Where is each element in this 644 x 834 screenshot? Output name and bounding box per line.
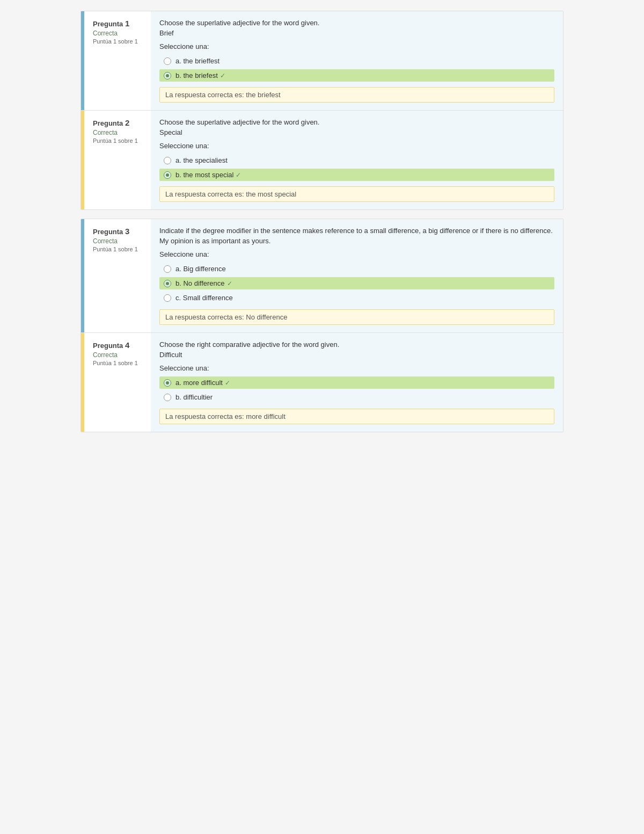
checkmark-q2-1: ✓ xyxy=(236,171,241,179)
question-status-q2: Correcta xyxy=(89,129,145,136)
accent-bar-q2 xyxy=(81,111,84,209)
question-content-q4: Choose the right comparative adjective f… xyxy=(151,333,563,432)
question-row-q2: Pregunta 2CorrectaPuntúa 1 sobre 1Choose… xyxy=(81,111,563,209)
seleccione-label-q1: Seleccione una: xyxy=(159,42,554,50)
option-label-q2-0: a. the specialiest xyxy=(175,156,228,164)
question-status-q1: Correcta xyxy=(89,30,145,37)
option-label-q4-1: b. difficultier xyxy=(175,393,213,401)
checkmark-q4-0: ✓ xyxy=(225,379,230,387)
option-q1-1[interactable]: b. the briefest✓ xyxy=(159,69,554,82)
question-word-q3: My opinion is as important as yours. xyxy=(159,237,554,245)
option-q3-2[interactable]: c. Small difference xyxy=(159,292,554,304)
question-number-q4: Pregunta 4 xyxy=(89,340,145,350)
quiz-block-2: Pregunta 3CorrectaPuntúa 1 sobre 1Indica… xyxy=(80,219,564,432)
seleccione-label-q3: Seleccione una: xyxy=(159,250,554,258)
question-word-q4: Difficult xyxy=(159,351,554,359)
option-q2-1[interactable]: b. the most special✓ xyxy=(159,169,554,181)
question-word-q1: Brief xyxy=(159,29,554,37)
correct-answer-box-q3: La respuesta correcta es: No difference xyxy=(159,309,554,325)
radio-q1-1 xyxy=(164,72,171,79)
checkmark-q3-1: ✓ xyxy=(227,280,232,287)
correct-answer-box-q2: La respuesta correcta es: the most speci… xyxy=(159,186,554,202)
radio-q4-0 xyxy=(164,379,171,387)
question-sidebar-q4: Pregunta 4CorrectaPuntúa 1 sobre 1 xyxy=(81,333,151,432)
options-list-q3: a. Big differenceb. No difference✓c. Sma… xyxy=(159,263,554,304)
option-q3-0[interactable]: a. Big difference xyxy=(159,263,554,275)
option-q4-0[interactable]: a. more difficult✓ xyxy=(159,376,554,389)
question-sidebar-q1: Pregunta 1CorrectaPuntúa 1 sobre 1 xyxy=(81,11,151,110)
question-row-q1: Pregunta 1CorrectaPuntúa 1 sobre 1Choose… xyxy=(81,11,563,111)
options-list-q1: a. the brieffestb. the briefest✓ xyxy=(159,55,554,82)
question-instruction-q1: Choose the superlative adjective for the… xyxy=(159,19,554,27)
question-content-q3: Indicate if the degree modifier in the s… xyxy=(151,219,563,332)
radio-q2-1 xyxy=(164,171,171,179)
question-sidebar-q3: Pregunta 3CorrectaPuntúa 1 sobre 1 xyxy=(81,219,151,332)
correct-answer-box-q1: La respuesta correcta es: the briefest xyxy=(159,87,554,103)
question-instruction-q3: Indicate if the degree modifier in the s… xyxy=(159,227,554,235)
radio-q2-0 xyxy=(164,157,171,164)
radio-q3-1 xyxy=(164,280,171,287)
quiz-block-1: Pregunta 1CorrectaPuntúa 1 sobre 1Choose… xyxy=(80,11,564,210)
option-label-q3-1: b. No difference xyxy=(175,279,225,287)
question-row-q3: Pregunta 3CorrectaPuntúa 1 sobre 1Indica… xyxy=(81,219,563,333)
question-points-q4: Puntúa 1 sobre 1 xyxy=(89,360,145,366)
option-label-q4-0: a. more difficult xyxy=(175,379,223,387)
options-list-q4: a. more difficult✓b. difficultier xyxy=(159,376,554,403)
question-content-q2: Choose the superlative adjective for the… xyxy=(151,111,563,209)
radio-q1-0 xyxy=(164,57,171,65)
option-label-q1-0: a. the brieffest xyxy=(175,57,219,65)
option-label-q3-2: c. Small difference xyxy=(175,294,233,302)
options-list-q2: a. the specialiestb. the most special✓ xyxy=(159,154,554,181)
question-instruction-q2: Choose the superlative adjective for the… xyxy=(159,118,554,126)
option-label-q1-1: b. the briefest xyxy=(175,71,218,79)
question-points-q2: Puntúa 1 sobre 1 xyxy=(89,137,145,144)
page-wrapper: Pregunta 1CorrectaPuntúa 1 sobre 1Choose… xyxy=(80,11,564,432)
option-label-q2-1: b. the most special xyxy=(175,171,233,179)
accent-bar-q3 xyxy=(81,219,84,332)
question-number-q2: Pregunta 2 xyxy=(89,118,145,127)
question-number-q3: Pregunta 3 xyxy=(89,227,145,236)
option-q3-1[interactable]: b. No difference✓ xyxy=(159,277,554,289)
correct-answer-box-q4: La respuesta correcta es: more difficult xyxy=(159,409,554,424)
seleccione-label-q4: Seleccione una: xyxy=(159,364,554,372)
accent-bar-q4 xyxy=(81,333,84,432)
radio-q4-1 xyxy=(164,394,171,401)
option-q2-0[interactable]: a. the specialiest xyxy=(159,154,554,166)
question-number-q1: Pregunta 1 xyxy=(89,19,145,28)
question-points-q3: Puntúa 1 sobre 1 xyxy=(89,246,145,252)
question-instruction-q4: Choose the right comparative adjective f… xyxy=(159,340,554,349)
question-word-q2: Special xyxy=(159,128,554,136)
option-q1-0[interactable]: a. the brieffest xyxy=(159,55,554,67)
radio-q3-2 xyxy=(164,294,171,302)
accent-bar-q1 xyxy=(81,11,84,110)
checkmark-q1-1: ✓ xyxy=(220,72,225,79)
question-sidebar-q2: Pregunta 2CorrectaPuntúa 1 sobre 1 xyxy=(81,111,151,209)
question-status-q3: Correcta xyxy=(89,237,145,245)
radio-q3-0 xyxy=(164,265,171,273)
question-content-q1: Choose the superlative adjective for the… xyxy=(151,11,563,110)
seleccione-label-q2: Seleccione una: xyxy=(159,142,554,150)
option-q4-1[interactable]: b. difficultier xyxy=(159,391,554,403)
question-row-q4: Pregunta 4CorrectaPuntúa 1 sobre 1Choose… xyxy=(81,333,563,432)
question-points-q1: Puntúa 1 sobre 1 xyxy=(89,38,145,45)
option-label-q3-0: a. Big difference xyxy=(175,265,226,273)
question-status-q4: Correcta xyxy=(89,351,145,359)
